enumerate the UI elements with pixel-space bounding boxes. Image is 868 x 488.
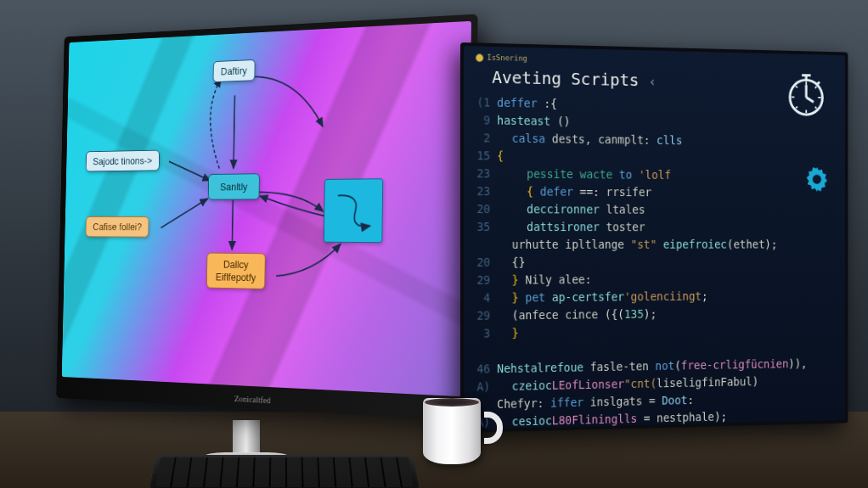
svg-line-15 [815, 107, 817, 109]
svg-line-16 [796, 107, 798, 109]
line-number-gutter: (19215232320352029429346A)A) [474, 93, 497, 429]
gear-icon[interactable] [803, 164, 831, 195]
keyboard [149, 455, 420, 488]
svg-line-2 [161, 199, 207, 228]
svg-line-1 [169, 160, 211, 181]
diagram-canvas[interactable]: Daftiry Sajodc tinons-> Sanltly Cafise f… [62, 21, 471, 397]
chevron-left-icon: ‹ [649, 74, 657, 90]
titlebar-text: IsSnering [487, 53, 527, 63]
diagram-node-left-2[interactable]: Cafise follei? [86, 216, 149, 238]
diagram-node-square[interactable] [324, 178, 383, 243]
code-content[interactable]: deffer :{hasteast ()calsa dests, canmplt… [497, 94, 839, 429]
code-editor[interactable]: ⬤ IsSnering Aveting Scripts ‹ (192152323… [464, 46, 845, 429]
pin-icon: ⬤ [476, 53, 484, 61]
svg-point-18 [813, 175, 821, 184]
stopwatch-icon [782, 69, 830, 120]
monitor-right: ⬤ IsSnering Aveting Scripts ‹ (192152323… [460, 42, 848, 433]
diagram-node-bottom-line2: Eiflfepotfy [216, 271, 256, 283]
diagram-node-left-1[interactable]: Sajodc tinons-> [86, 150, 160, 172]
diagram-node-center[interactable]: Sanltly [208, 173, 260, 199]
monitor-brand: Zonicaltfed [234, 393, 271, 405]
svg-line-17 [796, 86, 798, 87]
diagram-node-top[interactable]: Daftiry [213, 59, 256, 82]
diagram-node-bottom[interactable]: Dallcy Eiflfepotfy [206, 253, 266, 289]
diagram-node-bottom-line1: Dallcy [223, 258, 249, 270]
monitor-left: Daftiry Sajodc tinons-> Sanltly Cafise f… [56, 14, 477, 422]
coffee-mug [423, 398, 493, 473]
svg-line-7 [816, 81, 819, 85]
svg-line-9 [806, 98, 814, 103]
svg-line-14 [815, 87, 817, 88]
svg-line-3 [232, 200, 233, 250]
svg-line-0 [234, 95, 235, 168]
diagram-arrows [62, 21, 471, 396]
